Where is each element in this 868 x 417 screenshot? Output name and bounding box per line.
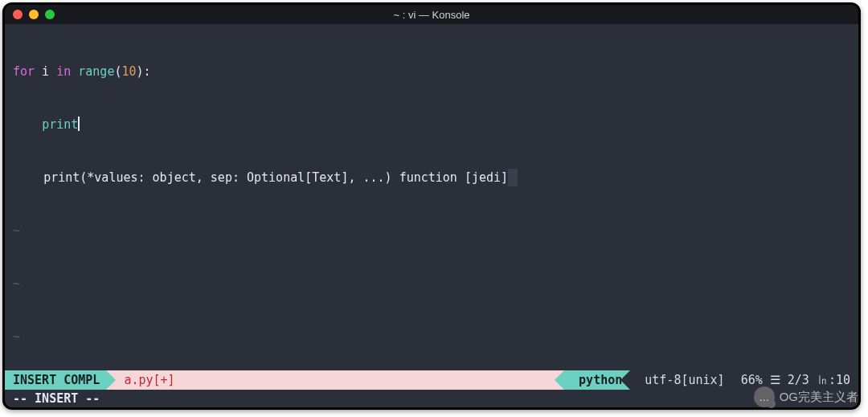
keyword-in: in xyxy=(56,64,71,79)
encoding-segment: utf-8[unix] xyxy=(630,370,732,390)
traffic-lights xyxy=(5,10,55,19)
identifier-i: i xyxy=(35,64,56,79)
mode-segment: INSERT COMPL xyxy=(5,370,106,390)
file-segment: a.py[+] xyxy=(106,370,182,390)
tilde-line: ~ xyxy=(5,328,858,345)
terminal-window: ~ : vi — Konsole for i in range(10): pri… xyxy=(2,2,861,410)
titlebar: ~ : vi — Konsole xyxy=(5,5,858,24)
code-line-2: print xyxy=(5,116,858,133)
mode-line: -- INSERT -- xyxy=(5,390,858,407)
window-title: ~ : vi — Konsole xyxy=(5,9,858,21)
minimize-icon[interactable] xyxy=(29,10,39,19)
code-line-1: for i in range(10): xyxy=(5,63,858,80)
keyword-for: for xyxy=(13,64,35,79)
function-range: range xyxy=(78,64,114,79)
text-cursor xyxy=(78,117,80,131)
completion-hint[interactable]: print(*values: object, sep: Optional[Tex… xyxy=(5,169,858,186)
statusbar: INSERT COMPL a.py[+] python utf-8[unix] … xyxy=(5,370,858,390)
position-segment: 66% ☰ 2/3 ㏑:10 xyxy=(733,370,858,390)
function-print: print xyxy=(42,117,78,132)
hint-text: print(*values: object, sep: Optional[Tex… xyxy=(43,170,508,185)
editor-area[interactable]: for i in range(10): print print(*values:… xyxy=(5,24,858,370)
tilde-line: ~ xyxy=(5,275,858,292)
tilde-line: ~ xyxy=(5,222,858,239)
close-icon[interactable] xyxy=(13,10,23,19)
number-ten: 10 xyxy=(121,64,136,79)
zoom-icon[interactable] xyxy=(45,10,55,19)
